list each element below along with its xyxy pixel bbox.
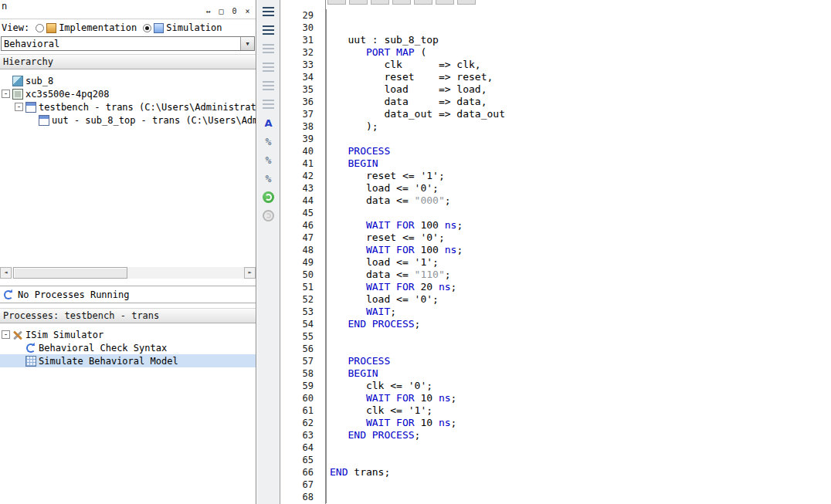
tree-collapse-icon[interactable]: - [2,90,10,98]
code-line[interactable]: 55 [281,330,831,343]
code-line[interactable]: 63 END PROCESS; [281,429,831,441]
scroll-left-button[interactable]: ◄ [0,267,12,279]
code-line[interactable]: 48 WAIT FOR 100 ns; [281,244,831,256]
code-lines[interactable]: 293031 uut : sub_8_top32 PORT MAP (33 cl… [281,9,831,503]
code-line[interactable]: 33 clk => clk, [281,59,831,71]
code-token [330,281,366,293]
hierarchy-item[interactable]: sub_8 [0,74,256,87]
code-line[interactable]: 38 ); [281,120,831,133]
stop-icon[interactable] [262,209,275,222]
measure-3-icon[interactable]: % [262,172,275,185]
code-line[interactable]: 32 PORT MAP ( [281,46,831,59]
code-line[interactable]: 59 clk <= '0'; [281,380,831,392]
code-line[interactable]: 29 [281,9,831,22]
relaunch-icon[interactable] [262,191,275,204]
add-all-to-wave-icon[interactable] [262,24,275,37]
keyword-token: PROCESS [348,355,390,367]
code-line[interactable]: 41 BEGIN [281,157,831,170]
code-line[interactable]: 49 load <= '1'; [281,256,831,269]
pin-window-icon[interactable]: 0 [229,6,239,16]
process-item[interactable]: -ISim Simulator [0,328,256,341]
code-text: clk <= '1'; [327,404,432,417]
code-line[interactable]: 51 WAIT FOR 20 ns; [281,281,831,293]
code-line[interactable]: 40 PROCESS [281,145,831,157]
code-line[interactable]: 68 [281,491,831,503]
line-number: 46 [281,219,327,232]
measure-1-icon[interactable]: % [262,135,275,148]
code-line[interactable]: 37 data_out => data_out [281,108,831,120]
code-token: ; [451,281,457,293]
report-list-2-icon[interactable] [262,61,275,74]
code-line[interactable]: 31 uut : sub_8_top [281,34,831,46]
code-line[interactable]: 46 WAIT FOR 100 ns; [281,219,831,232]
code-token: trans; [348,466,390,478]
code-line[interactable]: 35 load => load, [281,83,831,96]
line-number: 43 [281,182,327,194]
maximize-window-icon[interactable]: □ [216,6,226,16]
code-line[interactable]: 54 END PROCESS; [281,318,831,330]
code-line[interactable]: 62 WAIT FOR 10 ns; [281,417,831,429]
horizontal-scrollbar[interactable]: ◄ ► [0,267,256,279]
report-list-3-icon[interactable] [262,79,275,93]
code-line[interactable]: 58 BEGIN [281,367,831,380]
line-number: 53 [281,306,327,318]
float-window-icon[interactable]: ↔ [203,6,213,16]
line-number: 34 [281,71,327,83]
code-line[interactable]: 64 [281,441,831,454]
add-to-wave-icon[interactable] [262,5,275,19]
code-token: reset <= '1'; [330,170,445,181]
measure-2-icon-glyph: % [266,154,272,166]
hierarchy-item[interactable]: -testbench - trans (C:\Users\Administrat… [0,100,256,113]
code-line[interactable]: 42 reset <= '1'; [281,170,831,182]
code-line[interactable]: 44 data <= "000"; [281,194,831,207]
code-line[interactable]: 61 clk <= '1'; [281,404,831,417]
tree-collapse-icon[interactable]: - [2,330,10,339]
code-token: ( [415,46,427,58]
report-list-1-icon[interactable] [262,42,275,56]
code-text: END PROCESS; [327,429,420,441]
code-line[interactable]: 34 reset => reset, [281,71,831,83]
code-line[interactable]: 45 [281,207,831,219]
string-token: "000" [415,194,445,206]
code-line[interactable]: 60 WAIT FOR 10 ns; [281,392,831,404]
process-item[interactable]: Simulate Behavioral Model [0,354,256,367]
view-option-implementation[interactable]: Implementation [36,22,137,33]
radio-simulation[interactable] [143,24,151,32]
code-line[interactable]: 52 load <= '0'; [281,293,831,306]
code-token: uut : sub_8_top [330,34,439,46]
design-panel: n ↔□0× View: ImplementationSimulation Be… [0,0,256,504]
scrollbar-thumb[interactable] [13,267,127,279]
scroll-right-button[interactable]: ► [244,267,256,279]
code-line[interactable]: 65 [281,454,831,466]
toolbar-button-fragment [436,0,454,5]
hierarchy-item[interactable]: -xc3s500e-4pq208 [0,87,256,100]
close-window-icon[interactable]: × [243,6,253,16]
hierarchy-item-label: xc3s500e-4pq208 [25,89,109,100]
code-line[interactable]: 50 data <= "110"; [281,269,831,281]
line-number: 32 [281,46,327,59]
code-token: data <= [330,194,415,206]
hierarchy-item[interactable]: uut - sub_8_top - trans (C:\Users\Admini… [0,113,256,127]
code-line[interactable]: 39 [281,133,831,145]
code-line[interactable]: 57 PROCESS [281,355,831,367]
view-option-simulation[interactable]: Simulation [143,22,222,33]
code-line[interactable]: 47 reset <= '0'; [281,232,831,244]
code-line[interactable]: 43 load <= '0'; [281,182,831,194]
combobox-dropdown-button[interactable]: ▼ [240,37,254,50]
measure-2-icon[interactable]: % [262,154,275,167]
report-list-4-icon[interactable] [262,98,275,111]
scrollbar-track[interactable] [12,267,244,279]
process-item[interactable]: Behavioral Check Syntax [0,341,256,354]
code-line[interactable]: 30 [281,22,831,34]
line-number: 52 [281,293,327,306]
code-line[interactable]: 53 WAIT; [281,306,831,318]
tree-collapse-icon[interactable]: - [15,103,23,111]
code-line[interactable]: 66END trans; [281,466,831,479]
code-line[interactable]: 56 [281,343,831,355]
code-line[interactable]: 36 data => data, [281,96,831,108]
code-line[interactable]: 67 [281,479,831,491]
measure-1-icon-glyph: % [266,136,272,147]
design-view-combobox[interactable]: Behavioral ▼ [1,36,255,51]
radio-implementation[interactable] [36,24,44,32]
font-style-icon[interactable]: A [262,117,275,130]
